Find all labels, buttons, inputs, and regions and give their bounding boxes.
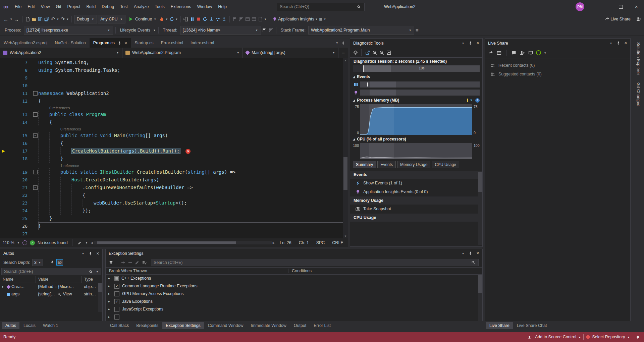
menu-project[interactable]: Project [64, 3, 84, 11]
close-button[interactable] [629, 0, 644, 13]
pin-icon[interactable] [615, 40, 621, 46]
health-status[interactable]: No issues found [38, 240, 68, 245]
share-screen-icon[interactable] [528, 50, 533, 56]
step-out-icon[interactable] [221, 16, 227, 22]
delete-exception-icon[interactable] [127, 260, 133, 265]
navigate-backward-icon[interactable]: ← [3, 16, 9, 22]
restart-application-icon[interactable] [169, 16, 174, 22]
type-dropdown[interactable]: WebApplication2.Program [122, 48, 243, 58]
collapse-icon[interactable] [353, 75, 355, 78]
diagnostics-settings-icon[interactable] [353, 50, 358, 55]
autos-scrollbar[interactable] [98, 283, 102, 312]
solution-platform-dropdown[interactable]: Any CPU [98, 15, 125, 23]
project-dropdown[interactable]: WebApplication2 [0, 48, 122, 58]
keep-results-icon[interactable] [49, 260, 55, 265]
side-tab-git-changes[interactable]: Git Changes [636, 78, 641, 110]
menu-debug[interactable]: Debug [99, 3, 117, 11]
panel-tab-locals[interactable]: Locals [20, 322, 39, 329]
zoom-level-dropdown[interactable]: 110 % [3, 240, 14, 245]
code-line[interactable]: 13public class Program [0, 111, 348, 118]
codelens-references[interactable]: 1 reference [60, 164, 79, 168]
continue-button[interactable]: Continue [126, 16, 158, 22]
code-line[interactable]: 18} [0, 155, 348, 163]
tab-list-dropdown-icon[interactable] [336, 41, 338, 45]
autos-search-input[interactable]: Search (Ctrl+E) [1, 268, 101, 275]
menu-file[interactable]: File [12, 3, 24, 11]
menu-edit[interactable]: Edit [24, 3, 38, 11]
chat-icon[interactable] [511, 50, 517, 56]
panel-tab-immediate-window[interactable]: Immediate Window [247, 322, 289, 329]
navigate-backward-dropdown-icon[interactable] [10, 17, 12, 21]
cpu-section-header[interactable]: CPU (% of all processors) [350, 135, 482, 143]
panel-tab-output[interactable]: Output [290, 322, 310, 329]
window-position-dropdown-icon[interactable] [610, 42, 612, 45]
panel-tab-command-window[interactable]: Command Window [205, 322, 247, 329]
hot-reload-dropdown-icon[interactable] [166, 17, 168, 21]
conditions-header[interactable]: Conditions [288, 269, 482, 273]
session-status-icon[interactable] [536, 50, 541, 55]
application-insights-dropdown-icon[interactable] [316, 17, 317, 21]
minimize-button[interactable] [598, 0, 613, 13]
split-window-icon[interactable]: ≡ [341, 50, 345, 56]
break-when-thrown-checkbox[interactable] [114, 276, 119, 281]
filter-icon[interactable] [108, 260, 114, 265]
exception-category-row[interactable]: Java Exceptions [106, 298, 482, 305]
expand-icon[interactable] [108, 292, 112, 295]
scroll-right-icon[interactable]: ▶ [273, 241, 275, 244]
live-share-icon[interactable] [604, 16, 610, 22]
column-header-name[interactable]: Name [0, 276, 36, 283]
undo-dropdown-icon[interactable] [57, 17, 59, 21]
code-line[interactable]: 10 [0, 82, 348, 90]
pin-icon[interactable] [117, 40, 122, 46]
restart-debugging-icon[interactable] [202, 16, 208, 22]
break-when-thrown-checkbox[interactable] [114, 291, 119, 296]
notifications-icon[interactable] [635, 334, 641, 340]
code-line[interactable]: 8using System.Threading.Tasks; [0, 66, 348, 74]
toolbar-options-icon[interactable]: ≡ [318, 16, 323, 22]
tab-webapplication2-csproj[interactable]: WebApplication2.csproj [0, 38, 51, 48]
close-icon[interactable] [476, 41, 479, 45]
exception-category-row[interactable]: Common Language Runtime Exceptions [106, 282, 482, 290]
show-flagged-threads-icon[interactable] [262, 27, 267, 33]
hex-display-toggle[interactable] [56, 259, 63, 266]
tab-index-cshtml[interactable]: Index.cshtml [187, 38, 218, 48]
panel-tab-breakpoints[interactable]: Breakpoints [133, 322, 162, 329]
break-when-thrown-checkbox[interactable] [114, 315, 119, 320]
panel-tab-autos[interactable]: Autos [2, 322, 19, 329]
column-header-value[interactable]: Value [36, 276, 82, 283]
diagnostics-tab-memory-usage[interactable]: Memory Usage [397, 161, 430, 168]
application-insights-icon[interactable] [272, 16, 277, 22]
cpu-chart[interactable]: 100 100 [350, 143, 482, 159]
code-line[interactable]: 9 [0, 74, 348, 82]
pin-icon[interactable] [468, 250, 473, 256]
code-line[interactable]: 17CreateHostBuilder(args).Build().Run(); [0, 147, 348, 155]
exception-category-row[interactable] [106, 313, 482, 321]
share-window-icon[interactable] [496, 50, 502, 56]
search-icon[interactable] [356, 4, 362, 10]
diagnostics-tab-summary[interactable]: Summary [353, 161, 376, 168]
events-swimlane-insights[interactable] [350, 89, 482, 97]
menu-analyze[interactable]: Analyze [131, 3, 152, 11]
code-line[interactable]: 20Host.CreateDefaultBuilder(args) [0, 176, 348, 184]
summary-item[interactable]: Application Insights Events (0 of 0) [350, 187, 482, 196]
break-when-thrown-checkbox[interactable] [114, 299, 119, 304]
window-next-icon[interactable] [251, 16, 257, 22]
tab-nuget-solution[interactable]: NuGet - Solution [51, 38, 89, 48]
code-line[interactable]: 19public static IHostBuilder CreateHostB… [0, 168, 348, 176]
panel-tab-exception-settings[interactable]: Exception Settings [162, 322, 204, 329]
live-share-label[interactable]: Live Share [610, 17, 631, 21]
exception-search-input[interactable]: Search (Ctrl+E) [151, 259, 479, 266]
live-share-presence-icon[interactable] [22, 240, 27, 245]
exception-scrollbar[interactable] [478, 275, 482, 321]
code-line[interactable]: 22{ [0, 191, 348, 199]
column-header-type[interactable]: Type [82, 276, 102, 283]
code-line[interactable]: 27 [0, 230, 348, 238]
show-next-statement-icon[interactable] [183, 16, 189, 22]
menu-help[interactable]: Help [215, 3, 230, 11]
process-memory-header[interactable]: Process Memory (MB) P [350, 97, 482, 104]
edit-conditions-icon[interactable] [134, 260, 140, 265]
exception-category-row[interactable]: JavaScript Exceptions [106, 305, 482, 313]
restart-dropdown-icon[interactable] [176, 17, 177, 21]
expand-icon[interactable] [108, 315, 112, 319]
expand-icon[interactable] [108, 300, 112, 303]
